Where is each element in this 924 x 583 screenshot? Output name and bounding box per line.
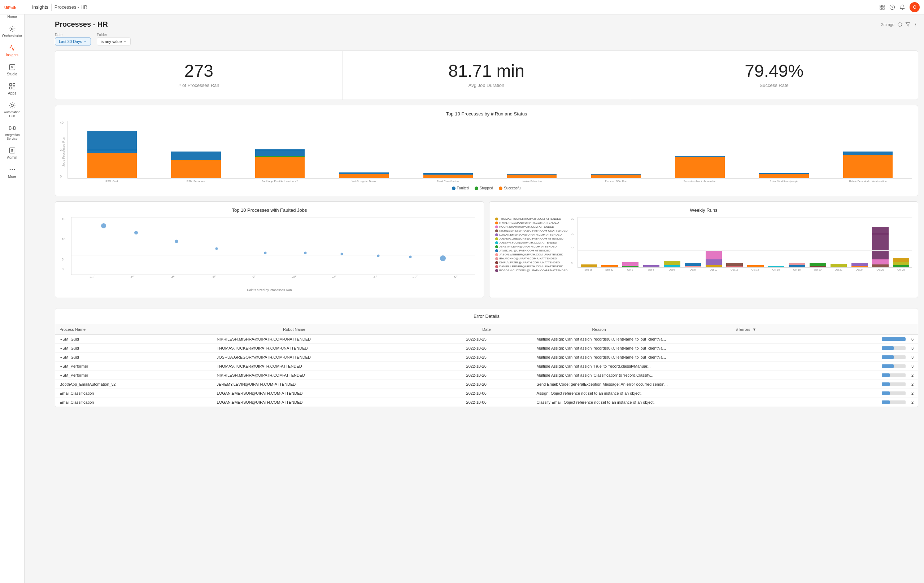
sidebar-item-admin[interactable]: Admin [0,143,24,163]
wx-oct28: Oct 28 [891,268,911,271]
weekly-bar-sep30 [599,217,620,267]
col-errors[interactable]: # Errors ▼ [732,324,918,335]
sidebar-item-orchestrator[interactable]: Orchestrator [0,22,24,41]
weekly-y-30: 30 [571,217,574,221]
wl-3: NIKHILESH.MISHRA@UIPATH.COM-UNATTENDED [495,229,574,232]
kpi-processes-ran: 273 # of Processes Ran [55,51,343,100]
wb-oct8b [685,266,701,267]
folder-filter-button[interactable]: is any value [97,38,131,46]
scatter-subtitle: Points sized by Processes Ran [61,288,478,292]
sidebar-automation-label: Automation Hub [2,110,23,119]
help-icon[interactable] [889,4,895,10]
cell-date: 2022-10-06 [462,398,532,407]
date-filter-button[interactable]: Last 30 Days [55,38,91,46]
dot-foa [377,254,380,257]
cell-date: 2022-10-25 [462,335,532,344]
svg-rect-17 [883,8,884,9]
wl-dot-10 [495,257,498,260]
error-bar-fill [882,337,906,341]
wb-oct10c [706,265,722,267]
scatter-y-15: 15 [62,217,65,221]
wl-label-2: RUCHI.SHAH@UIPATH.COM-ATTENDED [499,225,554,228]
wb-oct8a [685,263,701,266]
scatter-x-uibank: UiBankLoanPro... [399,276,431,278]
wl-label-9: JASON.WEBBER@UIPATH.COM-UNATTENDED [499,253,563,256]
cell-errors: 2 [878,389,918,398]
cell-process: RSM_Guid [55,335,213,344]
col-process-name: Process Name [55,324,279,335]
weekly-chart-area: 30 20 10 0 [578,217,912,272]
wl-label-1: RYAN.FREEMAN@UIPATH.COM-ATTENDED [499,221,559,224]
legend-successful-dot [499,186,502,190]
svg-point-0 [11,28,13,30]
bar-invoice-successful [507,175,556,178]
sidebar-apps-label: Apps [8,91,16,96]
sidebar-item-more[interactable]: More [0,163,24,182]
sidebar-item-insights[interactable]: Insights [0,41,24,60]
error-bar-bg [882,392,906,395]
x-label-rsm-guid: RSM_Guid [70,180,153,183]
cell-robot: NIKHILESH.MISHRA@UIPATH.COM-ATTENDED [213,371,462,380]
cell-errors: 3 [878,353,918,362]
main-content: Processes - HR 2m ago Date Last 30 Days … [49,15,924,583]
error-bar-bg [882,346,906,350]
sg1 [71,217,475,217]
wl-13: BOGDAN.CUCOSEL@UIPATH.COM-UNATTENDED [495,269,574,272]
user-avatar[interactable]: C [909,2,920,12]
error-bar-bg [882,355,906,359]
grid-icon[interactable] [879,4,885,10]
weekly-bar-oct6 [662,217,683,267]
cell-reason: Multiple Assign: Can not assign 'records… [532,344,878,353]
topbar-separator [29,3,29,11]
folder-filter-value: is any value [101,40,122,44]
wl-dot-5 [495,237,498,240]
filter-icon[interactable] [905,22,910,27]
sidebar-item-integration[interactable]: Integration Service [0,121,24,144]
topbar-separator-2 [51,3,52,11]
wx-sep30: Sep 30 [599,268,620,271]
bar-boothapp-successful [255,157,305,178]
cell-date: 2022-10-06 [462,389,532,398]
cell-reason: Multiple Assign: Can not assign 'records… [532,335,878,344]
svg-point-20 [915,23,916,23]
date-filter-group: Date Last 30 Days [55,33,91,46]
weekly-bar-oct18 [787,217,807,267]
wx-oct26: Oct 26 [870,268,891,271]
cell-reason: Classify Email: Object reference not set… [532,398,878,407]
error-bar-fill [882,355,894,359]
wb-oct10a [706,251,722,259]
cell-date: 2022-10-26 [462,344,532,353]
wl-dot-3 [495,229,498,232]
table-scroll-body[interactable]: RSM_Guid NIKHILESH.MISHRA@UIPATH.COM-UNA… [55,335,918,407]
more-options-icon[interactable] [913,22,918,27]
cell-robot: LOGAN.EMERSON@UIPATH.COM-ATTENDED [213,398,462,407]
table-header: Process Name Robot Name Date Reason # Er… [55,324,918,335]
wb-oct28a [893,258,909,262]
error-table-body: RSM_Guid NIKHILESH.MISHRA@UIPATH.COM-UNA… [55,335,918,407]
sidebar-item-studio[interactable]: Studio [0,60,24,79]
cell-reason: Multiple Assign: Can not assign 'True' t… [532,362,878,371]
wl-dot-8 [495,249,498,252]
kpi-cards: 273 # of Processes Ran 81.71 min Avg Job… [55,51,918,100]
sidebar: Home Orchestrator Insights Studio Apps A… [0,0,25,583]
error-details-table-body: RSM_Guid NIKHILESH.MISHRA@UIPATH.COM-UNA… [55,335,918,407]
sidebar-item-apps[interactable]: Apps [0,79,24,99]
bell-icon[interactable] [899,4,905,10]
refresh-icon[interactable] [897,22,903,27]
svg-point-22 [915,26,916,26]
wl-label-11: DHRUV.PATEL@UIPATH.COM-UNATTENDED [499,261,560,264]
date-filter-label: Date [55,33,91,37]
x-label-email: Email.Classification [406,180,489,183]
top-processes-chart: Top 10 Processes by # Run and Status Job… [55,105,918,196]
wb-sep28 [581,264,597,267]
wl-0: THOMAS.TUCKER@UIPATH.COM-ATTENDED [495,217,574,221]
sidebar-item-automation-hub[interactable]: Automation Hub [0,99,24,121]
error-bar-fill [882,364,894,368]
cell-reason: Multiple Assign: Can not assign 'Classif… [532,371,878,380]
weekly-bar-oct16 [766,217,787,267]
app-logo: UiPath [4,3,26,11]
wl-label-13: BOGDAN.CUCOSEL@UIPATH.COM-UNATTENDED [499,269,568,272]
bar-rsm-guid-successful [87,153,137,178]
topbar-product-name: Insights [32,4,48,10]
error-count: 3 [908,355,914,359]
